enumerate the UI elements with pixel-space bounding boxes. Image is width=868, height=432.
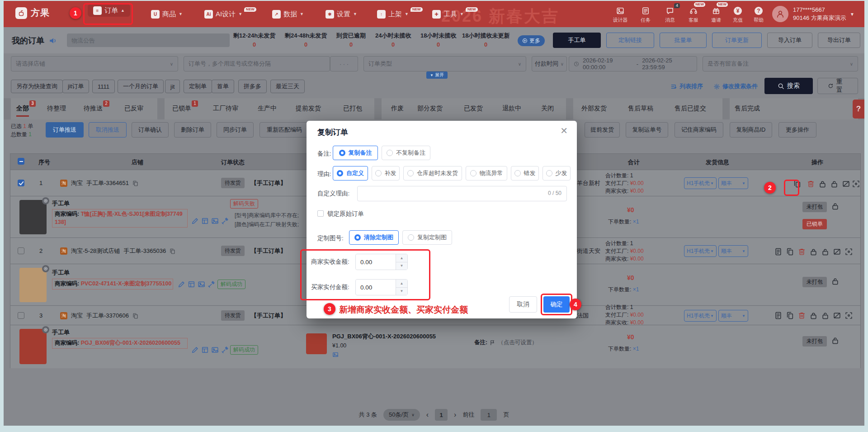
product-image[interactable]	[19, 268, 47, 302]
express-select[interactable]: 顺丰▼	[718, 177, 748, 189]
tab-refunding[interactable]: 退款中	[502, 104, 521, 113]
nav-menu-products[interactable]: U 商品 ▼	[151, 8, 183, 20]
current-page[interactable]: 1	[435, 409, 448, 421]
unlink-icon[interactable]	[833, 248, 841, 256]
nav-support[interactable]: NEW 客服	[683, 6, 704, 24]
image-icon[interactable]	[211, 217, 219, 225]
quick-filter-pdd[interactable]: 拼多多	[238, 80, 267, 93]
tab-advance-ship[interactable]: 提前发货	[296, 104, 321, 113]
row-checkbox[interactable]	[18, 180, 24, 186]
pay-time-select[interactable]: 付款时间∨	[532, 56, 567, 71]
logistics-notice-input[interactable]	[67, 33, 230, 47]
tools-icon[interactable]	[221, 217, 229, 225]
reset-button[interactable]: 重置	[817, 78, 858, 94]
goto-page-input[interactable]	[481, 409, 497, 421]
sheet-icon[interactable]	[188, 280, 195, 288]
nav-invite[interactable]: NEW 邀请	[705, 6, 727, 24]
stat-24-48h[interactable]: 剩24-48h未发货0	[285, 32, 327, 48]
copy-icon[interactable]	[170, 248, 175, 254]
stat-overdue[interactable]: 到货已逾期0	[336, 32, 366, 48]
unlink-icon[interactable]	[842, 180, 850, 188]
quick-filter-first[interactable]: 首单	[212, 80, 234, 93]
export-orders-button[interactable]: 导出订单	[818, 33, 860, 48]
manual-order-button[interactable]: 手工单	[553, 33, 601, 48]
copy-icon[interactable]	[132, 180, 138, 186]
tab-closed[interactable]: 关闭	[541, 104, 554, 113]
expand-filters-button[interactable]: ▼ 展开	[426, 71, 448, 79]
unlock-icon[interactable]	[830, 180, 838, 188]
copy-tracking-button[interactable]: 复制运单号	[626, 122, 668, 138]
quick-filter-jit-order[interactable]: jit订单	[62, 80, 89, 93]
unlock-icon[interactable]	[831, 337, 839, 344]
remember-code-button[interactable]: 记住商家编码	[675, 122, 723, 138]
shop-select[interactable]: 请选择店铺∨	[11, 56, 178, 71]
order-type-select[interactable]: 订单类型∨	[363, 56, 526, 71]
sync-order-button[interactable]: 同步订单	[217, 122, 254, 138]
express-select[interactable]: 顺丰▼	[718, 245, 748, 257]
unlock-icon[interactable]	[831, 202, 839, 210]
trash-icon[interactable]	[798, 312, 806, 319]
tab-re-reviewed[interactable]: 已反审	[124, 104, 143, 113]
tab-in-production[interactable]: 生产中	[258, 104, 277, 113]
nav-help[interactable]: ? 帮助	[748, 6, 769, 24]
lock-icon[interactable]	[810, 312, 817, 319]
radio-clear-custom-image[interactable]: 清除定制图	[349, 230, 399, 245]
rematch-code-button[interactable]: 重新匹配编码	[259, 122, 309, 138]
express-select[interactable]: 顺丰▼	[718, 310, 748, 322]
advance-ship-button[interactable]: 提前发货	[585, 122, 620, 138]
tab-packed[interactable]: 已打包	[343, 104, 362, 113]
product-image[interactable]	[19, 329, 47, 364]
lock-icon[interactable]	[810, 248, 817, 256]
radio-reason-warehouse-timeout[interactable]: 仓库超时未发货	[403, 166, 462, 180]
radio-copy-custom-image[interactable]: 复制定制图	[402, 230, 452, 245]
factory-select[interactable]: H1手机壳▼	[684, 310, 717, 322]
quick-filter-custom[interactable]: 定制单	[184, 80, 212, 93]
doc-icon[interactable]	[774, 312, 782, 319]
zoom-plus-icon[interactable]	[42, 326, 49, 333]
image-icon[interactable]	[198, 280, 205, 288]
product-image[interactable]	[306, 333, 327, 354]
close-icon[interactable]: ✕	[560, 126, 568, 135]
radio-reason-custom[interactable]: 自定义	[333, 166, 368, 180]
tab-aftersale-done[interactable]: 售后完成	[735, 104, 760, 113]
tab-partial-shipped[interactable]: 部分发货	[417, 104, 443, 113]
user-info[interactable]: 177****5667 90146 方果商家演示	[793, 6, 846, 22]
row-checkbox[interactable]	[18, 312, 24, 319]
radio-copy-remark[interactable]: 复制备注	[333, 146, 378, 160]
lock-icon[interactable]	[819, 180, 826, 188]
quick-filter-3days[interactable]: 最近三天	[270, 80, 305, 93]
list-sort-button[interactable]: 列表排序	[670, 82, 703, 90]
radio-reason-wrong-ship[interactable]: 错发	[511, 166, 539, 180]
nav-tasks[interactable]: 任务	[635, 6, 656, 24]
scan-icon[interactable]	[845, 248, 853, 256]
image-icon[interactable]	[332, 351, 339, 358]
nav-menu-data[interactable]: ↗ 数据 ▼	[272, 8, 304, 20]
more-actions-button[interactable]: 更多操作	[778, 122, 816, 138]
tab-aftersale-submitted[interactable]: 售后已提交	[675, 104, 706, 113]
quick-filter-jit[interactable]: jit	[165, 80, 180, 93]
nav-messages[interactable]: 4 消息	[659, 6, 681, 24]
copy-order-icon[interactable]	[786, 312, 794, 319]
custom-reason-input[interactable]	[357, 186, 567, 201]
radio-reason-logistics[interactable]: 物流异常	[466, 166, 507, 180]
zoom-plus-icon[interactable]	[42, 265, 49, 272]
row-checkbox[interactable]	[18, 247, 24, 254]
confirm-order-button[interactable]: 订单确认	[132, 122, 169, 138]
quick-filter-month[interactable]: 一个月的订单	[118, 80, 164, 93]
import-orders-button[interactable]: 导入订单	[767, 33, 812, 48]
stat-18h-pickup[interactable]: 18小时未揽收0	[420, 32, 456, 48]
batch-order-button[interactable]: 批量单	[660, 33, 707, 48]
tab-locked[interactable]: 已锁单1	[172, 104, 191, 113]
factory-select[interactable]: H1手机壳▼	[684, 177, 717, 189]
unlink-icon[interactable]	[833, 312, 841, 319]
nav-menu-settings[interactable]: ✱ 设置 ▼	[326, 8, 357, 20]
trash-icon[interactable]	[798, 248, 806, 256]
unlock-icon[interactable]	[821, 248, 829, 256]
tools-icon[interactable]	[221, 346, 229, 354]
user-avatar[interactable]	[772, 6, 788, 22]
tab-all[interactable]: 全部3	[16, 104, 29, 113]
stat-24h-pickup[interactable]: 24小时未揽收0	[375, 32, 411, 48]
sheet-icon[interactable]	[201, 346, 209, 354]
push-order-button[interactable]: 订单推送	[46, 122, 84, 138]
cancel-push-button[interactable]: 取消推送	[89, 122, 127, 138]
